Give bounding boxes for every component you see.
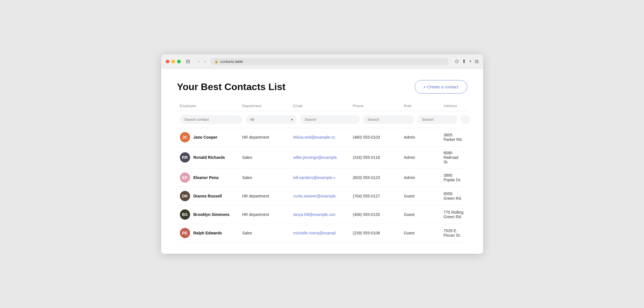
- back-button[interactable]: ‹: [197, 58, 201, 64]
- url-text: contacts.table: [220, 59, 243, 64]
- role-value: Guest: [404, 212, 444, 217]
- department-value: HR department: [242, 135, 293, 140]
- address-value: 3890 Poplar Dr.: [444, 173, 464, 182]
- employee-name: Dianne Russell: [193, 194, 222, 198]
- role-value: Admin: [404, 175, 444, 180]
- minimize-traffic-light[interactable]: [171, 60, 175, 63]
- close-traffic-light[interactable]: [166, 60, 169, 63]
- col-address: Address: [444, 104, 464, 108]
- search-contact-input[interactable]: [180, 115, 242, 124]
- email-value: tanya.hill@example.con: [293, 212, 353, 217]
- table-row[interactable]: JC Jane Cooper HR department felicia.rei…: [177, 128, 467, 147]
- col-phone: Phone: [353, 104, 404, 108]
- table-row[interactable]: RE Ralph Edwards Sales michelle.rivera@e…: [177, 224, 467, 242]
- browser-actions: ⊙ ⬆ + ⧉: [455, 58, 479, 64]
- employee-name: Ralph Edwards: [193, 231, 222, 235]
- forward-button[interactable]: ›: [203, 58, 207, 64]
- browser-nav: ‹ ›: [197, 58, 207, 64]
- table-row[interactable]: RR Ronald Richards Sales willie.jennings…: [177, 147, 467, 168]
- table-row[interactable]: DR Dianne Russell HR department curtis.w…: [177, 187, 467, 205]
- department-select[interactable]: All HR department Sales: [246, 115, 297, 124]
- employee-name: Brooklyn Simmons: [193, 212, 230, 217]
- phone-value: (239) 555-0108: [353, 231, 404, 235]
- download-button[interactable]: ⊙: [455, 58, 459, 64]
- page-header: Your Best Contacts List + Create a conta…: [177, 80, 467, 93]
- avatar: BS: [180, 209, 190, 220]
- email-value: felicia.reid@example.cc: [293, 135, 353, 140]
- role-value: Guest: [404, 194, 444, 198]
- phone-value: (316) 555-0116: [353, 155, 404, 160]
- page-content: Your Best Contacts List + Create a conta…: [161, 69, 483, 254]
- role-value: Admin: [404, 135, 444, 140]
- browser-window: ⊟ ‹ › 🔒 contacts.table ⊙ ⬆ + ⧉ Your Best…: [161, 54, 483, 254]
- employee-cell: RR Ronald Richards: [180, 152, 242, 163]
- col-department: Department: [242, 104, 293, 108]
- address-value: 8080 Railroad St.: [444, 151, 464, 164]
- col-role: Role: [404, 104, 444, 108]
- page-title: Your Best Contacts List: [177, 81, 286, 92]
- employee-cell: JC Jane Cooper: [180, 132, 242, 142]
- phone-value: (704) 555-0127: [353, 194, 404, 198]
- table-header-row: Employee Department Email Phone Role Add…: [177, 104, 467, 111]
- avatar: DR: [180, 191, 190, 201]
- contacts-table: Employee Department Email Phone Role Add…: [177, 104, 467, 242]
- address-value: 775 Rolling Green Rd.: [444, 210, 464, 219]
- email-value: curtis.weaver@example.: [293, 194, 353, 198]
- employee-name: Ronald Richards: [193, 155, 225, 160]
- sidebar-toggle-button[interactable]: ⊟: [184, 58, 192, 65]
- role-value: Admin: [404, 155, 444, 160]
- avatar: RE: [180, 228, 190, 238]
- employee-name: Eleanor Pena: [193, 175, 219, 180]
- department-value: HR department: [242, 194, 293, 198]
- email-value: willie.jennings@example.: [293, 155, 353, 160]
- employee-cell: DR Dianne Russell: [180, 191, 242, 201]
- avatar: JC: [180, 132, 190, 142]
- employee-cell: EP Eleanor Pena: [180, 172, 242, 183]
- browser-chrome: ⊟ ‹ › 🔒 contacts.table ⊙ ⬆ + ⧉: [161, 54, 483, 69]
- address-value: 8558 Green Rd.: [444, 192, 464, 201]
- tabs-button[interactable]: ⧉: [475, 58, 479, 64]
- employee-cell: RE Ralph Edwards: [180, 228, 242, 238]
- share-button[interactable]: ⬆: [462, 58, 466, 64]
- role-value: Guest: [404, 231, 444, 235]
- traffic-lights: [166, 60, 181, 63]
- table-row[interactable]: BS Brooklyn Simmons HR department tanya.…: [177, 205, 467, 224]
- department-value: Sales: [242, 175, 293, 180]
- employee-name: Jane Cooper: [193, 135, 218, 140]
- employee-cell: BS Brooklyn Simmons: [180, 209, 242, 220]
- search-phone-input[interactable]: [363, 115, 414, 124]
- new-tab-button[interactable]: +: [469, 58, 472, 64]
- create-contact-button[interactable]: + Create a contact: [415, 80, 467, 93]
- search-address-input[interactable]: [461, 115, 470, 124]
- table-body: JC Jane Cooper HR department felicia.rei…: [177, 128, 467, 242]
- search-row: All HR department Sales ▾: [177, 111, 467, 128]
- col-email: Email: [293, 104, 353, 108]
- col-employee: Employee: [180, 104, 242, 108]
- phone-value: (480) 555-0103: [353, 135, 404, 140]
- address-value: 7529 E. Pecan St.: [444, 228, 464, 238]
- search-role-input[interactable]: [418, 115, 457, 124]
- email-value: michelle.rivera@exampl: [293, 231, 353, 235]
- avatar: RR: [180, 152, 190, 163]
- avatar: EP: [180, 172, 190, 183]
- maximize-traffic-light[interactable]: [177, 60, 181, 63]
- phone-value: (406) 555-0120: [353, 212, 404, 217]
- department-filter-wrapper: All HR department Sales ▾: [246, 115, 297, 124]
- department-value: HR department: [242, 212, 293, 217]
- address-value: 3605 Parker Rd.: [444, 133, 464, 142]
- lock-icon: 🔒: [214, 60, 218, 63]
- department-value: Sales: [242, 231, 293, 235]
- table-row[interactable]: EP Eleanor Pena Sales bill.sanders@examp…: [177, 168, 467, 187]
- email-value: bill.sanders@example.c: [293, 175, 353, 180]
- phone-value: (603) 555-0123: [353, 175, 404, 180]
- department-value: Sales: [242, 155, 293, 160]
- url-bar[interactable]: 🔒 contacts.table: [211, 58, 449, 65]
- search-email-input[interactable]: [300, 115, 360, 124]
